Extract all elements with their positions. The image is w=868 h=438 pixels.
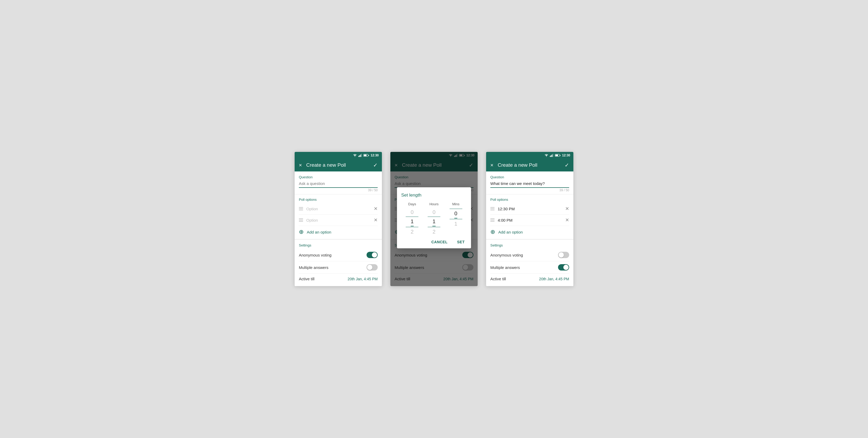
days-header: Days [408,202,416,206]
anon-label-1: Anonymous voting [299,253,367,257]
header-title-1: Create a new Poll [306,162,369,168]
svg-rect-1 [360,155,360,157]
wifi-icon-3 [544,154,549,157]
days-current[interactable]: 1 [411,217,414,226]
question-input-3[interactable] [490,181,569,188]
option-lines-icon-1b [299,218,303,222]
screen-content-3: Question 39 / 50 Poll options 12:30 PM ✕ [486,171,574,286]
close-icon-1[interactable]: × [299,162,302,168]
battery-icon-3 [555,154,560,157]
mins-header: Mins [452,202,459,206]
multi-toggle-1[interactable] [367,264,378,271]
status-bar-1: 12:30 [294,152,382,159]
poll-option-row-3a: 12:30 PM ✕ [490,203,569,214]
hours-header: Hours [430,202,439,206]
option-lines-icon-1a [299,207,303,210]
mins-next: 1 [454,220,457,228]
add-option-text-3: Add an option [498,230,523,234]
option-remove-3b[interactable]: ✕ [565,217,569,223]
settings-label-3: Settings [490,242,569,248]
svg-rect-2 [360,155,361,157]
anon-toggle-3[interactable] [558,252,569,258]
active-value-1[interactable]: 20th Jan, 4:45 PM [347,277,378,281]
settings-row-active-1: Active till 20th Jan, 4:45 PM [299,274,378,284]
dialog-col-days: Days 0 1 2 [404,202,420,236]
hours-current[interactable]: 1 [432,217,435,226]
add-option-icon-3: ⊕ [490,229,495,235]
settings-row-anon-3: Anonymous voting [490,249,569,261]
option-lines-icon-3b [490,218,495,222]
screen-content-1: Question 39 / 50 Poll options Option ✕ [294,171,382,286]
dialog-title: Set length [401,193,467,198]
dialog-col-hours: Hours 0 1 2 [426,202,442,236]
option-text-1b: Option [306,218,374,223]
settings-row-active-3: Active till 20th Jan, 4:45 PM [490,274,569,284]
set-length-dialog: Set length Days 0 1 2 Hours 0 1 [397,187,471,248]
question-input-1[interactable] [299,181,378,188]
option-lines-icon-3a [490,207,495,210]
settings-section-1: Settings Anonymous voting Multiple answe… [294,239,382,286]
poll-options-label-1: Poll options [299,198,378,202]
status-time-3: 12:30 [562,154,570,157]
screenshots-container: 12:30 × Create a new Poll ✓ Question 39 … [284,136,584,302]
hours-prev: 0 [432,208,435,216]
question-label-3: Question [490,175,569,179]
header-title-3: Create a new Poll [498,162,560,168]
option-text-1a: Option [306,207,374,211]
option-remove-1b[interactable]: ✕ [374,217,378,223]
settings-section-3: Settings Anonymous voting Multiple answe… [486,239,574,286]
anon-toggle-1[interactable] [367,252,378,258]
settings-row-anon-1: Anonymous voting [299,249,378,261]
phone-screen-1: 12:30 × Create a new Poll ✓ Question 39 … [294,152,382,286]
multi-label-1: Multiple answers [299,265,367,270]
settings-row-multi-1: Multiple answers [299,261,378,274]
add-option-icon-1: ⊕ [299,229,304,235]
active-value-3[interactable]: 20th Jan, 4:45 PM [539,277,569,281]
char-count-1: 39 / 50 [299,188,378,192]
poll-options-section-3: Poll options 12:30 PM ✕ 4:00 PM ✕ ⊕ [486,195,574,239]
phone-screen-2: 12:30 × Create a new Poll ✓ Question 39 … [390,152,478,286]
mins-current[interactable]: 0 [454,209,457,218]
question-section-1: Question 39 / 50 [294,171,382,194]
status-time-1: 12:30 [371,154,379,157]
svg-rect-8 [550,156,551,157]
settings-label-1: Settings [299,242,378,248]
wifi-icon [353,154,357,157]
battery-icon [363,154,368,157]
add-option-row-3[interactable]: ⊕ Add an option [490,226,569,238]
anon-label-3: Anonymous voting [490,253,558,257]
add-option-row-1[interactable]: ⊕ Add an option [299,226,378,238]
top-bar-3: × Create a new Poll ✓ [486,159,574,171]
cancel-button[interactable]: CANCEL [429,239,450,245]
svg-rect-9 [551,155,552,157]
hours-next: 2 [432,228,435,236]
poll-option-row-1b: Option ✕ [299,214,378,226]
status-icons-3: 12:30 [544,154,570,157]
svg-rect-0 [359,156,359,157]
poll-options-section-1: Poll options Option ✕ Option ✕ ⊕ [294,195,382,239]
multi-toggle-3[interactable] [558,264,569,271]
active-label-1: Active till [299,277,347,281]
status-bar-3: 12:30 [486,152,574,159]
char-count-3: 39 / 50 [490,188,569,192]
question-section-3: Question 39 / 50 [486,171,574,194]
set-button[interactable]: SET [455,239,467,245]
poll-option-row-1a: Option ✕ [299,203,378,214]
top-bar-1: × Create a new Poll ✓ [294,159,382,171]
days-prev: 0 [411,208,414,216]
check-icon-3[interactable]: ✓ [565,162,569,168]
svg-rect-3 [361,154,362,157]
question-label-1: Question [299,175,378,179]
svg-rect-10 [552,155,553,157]
option-remove-1a[interactable]: ✕ [374,206,378,212]
poll-option-row-3b: 4:00 PM ✕ [490,214,569,226]
option-remove-3a[interactable]: ✕ [565,206,569,212]
close-icon-3[interactable]: × [490,162,494,168]
poll-options-label-3: Poll options [490,198,569,202]
option-text-3b: 4:00 PM [498,218,565,223]
dialog-col-mins: Mins 0 1 [448,202,464,236]
svg-rect-11 [553,154,554,157]
check-icon-1[interactable]: ✓ [373,162,378,168]
status-icons-1: 12:30 [353,154,379,157]
option-text-3a: 12:30 PM [498,207,565,211]
